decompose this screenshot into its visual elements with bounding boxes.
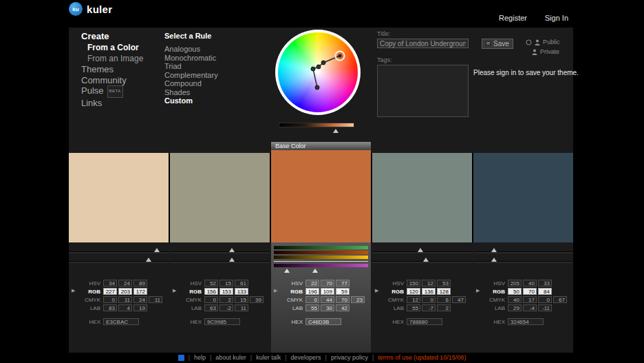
nav-themes[interactable]: Themes: [81, 64, 164, 75]
cmyk-value-0[interactable]: 0: [103, 296, 117, 303]
cmyk-value-1[interactable]: 11: [118, 296, 132, 303]
cmyk-label[interactable]: CMYK: [271, 297, 303, 303]
cmyk-value-2[interactable]: 70: [336, 296, 350, 303]
cmyk-value-3[interactable]: 39: [250, 296, 264, 303]
cmyk-value-3[interactable]: 23: [351, 296, 365, 303]
slider-marker[interactable]: [284, 269, 290, 273]
hsv-value-0[interactable]: 34: [103, 280, 117, 287]
footer-link-privacy-policy[interactable]: privacy policy: [331, 354, 368, 361]
hsv-value-2[interactable]: 53: [437, 280, 451, 287]
slider-marker[interactable]: [423, 258, 429, 262]
swatch-4[interactable]: [372, 153, 472, 242]
swatch-1[interactable]: [69, 153, 169, 242]
brightness-slider[interactable]: [279, 123, 354, 127]
cmyk-value-2[interactable]: 6: [437, 296, 451, 303]
hsv-value-2[interactable]: 61: [235, 280, 248, 287]
slider-track[interactable]: [170, 251, 270, 253]
color-wheel[interactable]: [275, 30, 361, 115]
rule-custom[interactable]: Custom: [164, 96, 218, 105]
rgb-value-2[interactable]: 59: [336, 288, 350, 295]
green-channel-slider[interactable]: [274, 246, 368, 249]
hsv-value-1[interactable]: 12: [422, 280, 436, 287]
lab-value-2[interactable]: 42: [336, 304, 350, 311]
slider-track[interactable]: [69, 261, 169, 263]
slider-marker[interactable]: [146, 258, 151, 262]
cmyk-value-0[interactable]: 0: [305, 296, 319, 303]
rgb-value-1[interactable]: 153: [219, 288, 233, 295]
nav-community[interactable]: Community: [81, 75, 164, 86]
slider-track[interactable]: [372, 261, 472, 263]
lab-label[interactable]: LAB: [473, 305, 505, 311]
hsv-value-1[interactable]: 15: [219, 280, 233, 287]
lab-value-2[interactable]: 2: [437, 304, 451, 311]
lab-value-1[interactable]: -2: [219, 304, 233, 311]
lab-value-2[interactable]: 19: [133, 304, 147, 311]
slider-track[interactable]: [473, 251, 573, 253]
hex-value[interactable]: 324654: [508, 318, 544, 325]
red-channel-slider[interactable]: [274, 251, 368, 254]
rgb-value-0[interactable]: 227: [103, 288, 117, 295]
cmyk-value-2[interactable]: 0: [538, 296, 552, 303]
lab-label[interactable]: LAB: [372, 305, 404, 311]
cmyk-value-1[interactable]: 2: [219, 296, 233, 303]
lab-value-1[interactable]: 4: [118, 304, 132, 311]
hsv-value-0[interactable]: 52: [204, 280, 218, 287]
rgb-value-2[interactable]: 133: [235, 288, 248, 295]
hsv-value-0[interactable]: 22: [305, 280, 319, 287]
rgb-value-2[interactable]: 128: [437, 288, 451, 295]
lab-label[interactable]: LAB: [170, 305, 202, 311]
expand-column-button[interactable]: ▶: [375, 288, 378, 293]
hex-value[interactable]: E3CBAC: [103, 318, 139, 325]
cmyk-value-3[interactable]: 11: [149, 296, 162, 303]
lab-value-1[interactable]: -7: [422, 304, 436, 311]
hsv-value-1[interactable]: 70: [321, 280, 334, 287]
slider-track[interactable]: [473, 261, 573, 263]
slider-marker[interactable]: [229, 258, 235, 262]
footer-link-help[interactable]: help: [194, 354, 206, 361]
rgb-value-0[interactable]: 50: [508, 288, 522, 295]
rgb-value-1[interactable]: 203: [118, 288, 132, 295]
cmyk-value-0[interactable]: 40: [508, 296, 522, 303]
rule-complementary[interactable]: Complementary: [164, 71, 218, 80]
swatch-2[interactable]: [170, 153, 270, 242]
rgb-value-0[interactable]: 120: [407, 288, 420, 295]
cmyk-value-2[interactable]: 24: [133, 296, 147, 303]
nav-create[interactable]: Create: [81, 31, 164, 42]
brightness-marker[interactable]: [333, 129, 339, 133]
title-input[interactable]: [377, 39, 469, 48]
nav-from-a-color[interactable]: From a Color: [87, 42, 164, 53]
rgb-value-1[interactable]: 136: [422, 288, 436, 295]
footer-link-kuler-talk[interactable]: kuler talk: [256, 354, 281, 361]
expand-column-button[interactable]: ▶: [274, 288, 277, 293]
hsv-label[interactable]: HSV: [170, 280, 202, 287]
lab-value-2[interactable]: -11: [538, 304, 552, 311]
lab-value-1[interactable]: 30: [321, 304, 334, 311]
expand-column-button[interactable]: ▶: [72, 288, 75, 293]
footer-link-about-kuler[interactable]: about kuler: [215, 354, 246, 361]
rgb-value-1[interactable]: 70: [523, 288, 537, 295]
nav-links[interactable]: Links: [81, 98, 164, 109]
lab-value-0[interactable]: 63: [204, 304, 218, 311]
swatch-5[interactable]: [473, 153, 573, 242]
slider-track[interactable]: [69, 251, 169, 253]
nav-from-an-image[interactable]: From an Image: [87, 53, 164, 64]
cmyk-value-3[interactable]: 47: [452, 296, 466, 303]
kuler-logo[interactable]: ku kuler: [69, 2, 112, 16]
hex-value[interactable]: 788880: [407, 318, 442, 325]
rgb-value-0[interactable]: 196: [305, 288, 319, 295]
lab-label[interactable]: LAB: [69, 305, 100, 311]
slider-marker[interactable]: [491, 248, 497, 252]
hsv-value-0[interactable]: 205: [508, 280, 522, 287]
hsv-value-1[interactable]: 24: [118, 280, 132, 287]
public-option[interactable]: Public: [526, 39, 560, 45]
hsv-label[interactable]: HSV: [372, 280, 404, 287]
terms-of-use-link[interactable]: terms of use (updated 10/15/08): [378, 354, 466, 361]
nav-pulse[interactable]: PulseBETA: [81, 85, 164, 98]
rule-monochromatic[interactable]: Monochromatic: [164, 54, 218, 63]
rule-compound[interactable]: Compound: [164, 79, 218, 88]
cmyk-label[interactable]: CMYK: [69, 297, 100, 303]
slider-track[interactable]: [170, 261, 270, 263]
expand-column-button[interactable]: ▶: [173, 288, 176, 293]
cmyk-label[interactable]: CMYK: [473, 297, 505, 303]
slider-marker[interactable]: [154, 248, 160, 252]
